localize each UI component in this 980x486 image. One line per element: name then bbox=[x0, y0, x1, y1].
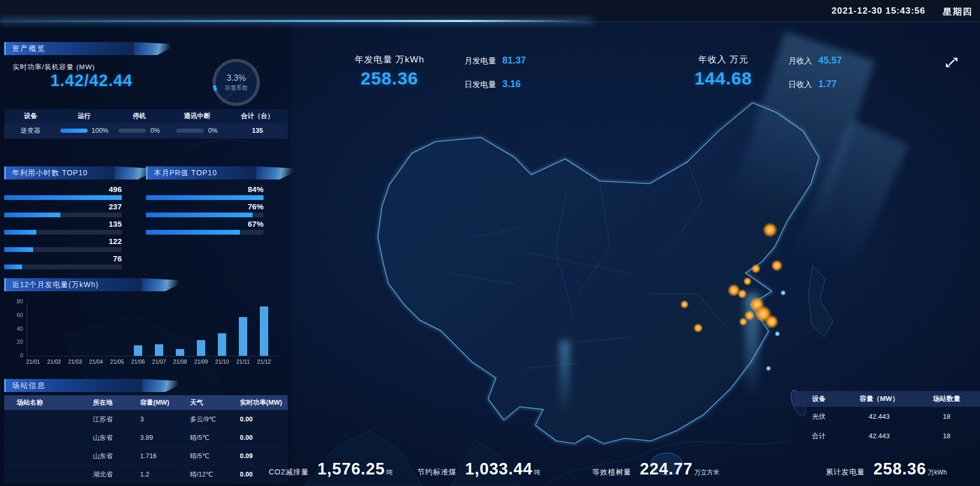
device-name: 逆变器 bbox=[4, 126, 57, 135]
table-row: 山东省 1.716 晴/5℃ 0.09 bbox=[4, 447, 288, 465]
capacity-factor-gauge: 3.3% 容量系数 bbox=[213, 59, 260, 106]
y-tick: 0 bbox=[7, 352, 23, 358]
table-row: 逆变器 100% 0% 0% 135 bbox=[4, 123, 288, 139]
decorative-glow-line bbox=[0, 20, 593, 22]
device-summary-table: 设备 容量（MW） 场站数量 光伏 42.443 18 合计 42.443 18 bbox=[793, 391, 980, 446]
panel-top10-pr-header: 本月PR值 TOP10 bbox=[146, 166, 256, 179]
month-label: 21/10 bbox=[212, 358, 233, 365]
cumulative-generation-stat: 累计发电量 258.36 万kWh bbox=[826, 460, 947, 479]
col-station-name: 场站名称 bbox=[4, 398, 91, 407]
table-row: 山东省 3.89 晴/5℃ 0.00 bbox=[4, 428, 288, 447]
panel-top10-hours-header: 年利用小时数 TOP10 bbox=[4, 166, 114, 179]
y-tick: 60 bbox=[7, 312, 23, 318]
month-label: 21/09 bbox=[191, 358, 212, 365]
bar-row: 76 bbox=[4, 254, 122, 271]
month-label: 21/04 bbox=[86, 358, 107, 365]
panel-title: 资产概览 bbox=[12, 44, 46, 54]
panel-station-info-header: 场站信息 bbox=[4, 379, 142, 392]
pv-dashboard: 2021-12-30 15:43:56 星期四 资产概览 实时功率/装机容量 (… bbox=[0, 0, 980, 486]
month-label: 21/08 bbox=[170, 358, 191, 365]
station-dot[interactable] bbox=[771, 260, 783, 271]
bar-row: 84% bbox=[146, 185, 264, 202]
station-dot[interactable] bbox=[751, 264, 761, 273]
col-province: 所在地 bbox=[91, 398, 138, 407]
col-device: 设备 bbox=[4, 112, 57, 121]
year-income-value: 144.68 bbox=[666, 68, 781, 89]
month-column: 21/10 bbox=[212, 297, 233, 356]
run-progress bbox=[60, 129, 88, 133]
topbar: 2021-12-30 15:43:56 星期四 bbox=[0, 0, 980, 22]
month-column: 21/09 bbox=[191, 297, 212, 356]
top10-pr-chart: 84% 76% 67% bbox=[146, 185, 264, 237]
col-running: 运行 bbox=[57, 112, 112, 121]
col-device: 设备 bbox=[793, 394, 845, 404]
device-table-header: 设备 运行 停机 通讯中断 合计（台） bbox=[4, 109, 288, 123]
month-label: 21/11 bbox=[233, 358, 254, 365]
col-total: 合计（台） bbox=[227, 112, 288, 121]
device-total: 135 bbox=[227, 127, 288, 134]
month-column: 21/11 bbox=[233, 297, 254, 356]
month-label: 21/02 bbox=[44, 358, 65, 365]
month-column: 21/01 bbox=[23, 297, 44, 356]
device-status-table: 设备 运行 停机 通讯中断 合计（台） 逆变器 100% 0% 0% 135 bbox=[4, 109, 288, 139]
month-bar bbox=[134, 345, 142, 356]
panel-title: 场站信息 bbox=[12, 381, 46, 390]
panel-asset-overview-header: 资产概览 bbox=[4, 42, 134, 55]
stop-pct: 0% bbox=[150, 127, 160, 134]
station-dot[interactable] bbox=[693, 323, 703, 333]
year-generation-label: 年发电量 万kWh bbox=[332, 54, 447, 66]
month-column: 21/08 bbox=[170, 297, 191, 356]
bar-row: 76% bbox=[146, 202, 264, 219]
col-capacity: 容量（MW） bbox=[845, 394, 913, 404]
col-station-count: 场站数量 bbox=[913, 394, 980, 404]
map-glint bbox=[781, 290, 786, 295]
map-glint bbox=[775, 331, 780, 336]
datetime: 2021-12-30 15:43:56 bbox=[831, 6, 925, 16]
map-glint bbox=[766, 366, 771, 371]
station-info-table: 场站名称 所在地 容量(MW) 天气 实时功率(MW) 江苏省 3 多云/9℃ … bbox=[4, 395, 288, 483]
table-row: 合计 42.443 18 bbox=[793, 426, 980, 446]
month-column: 21/03 bbox=[65, 297, 86, 356]
realtime-power-label: 实时功率/装机容量 (MW) bbox=[13, 62, 95, 72]
day-income: 日收入 1.77 bbox=[788, 79, 837, 90]
table-row: 光伏 42.443 18 bbox=[793, 407, 980, 426]
month-label: 21/03 bbox=[65, 358, 86, 365]
month-label: 21/12 bbox=[254, 358, 275, 365]
offline-progress bbox=[176, 129, 204, 133]
month-income: 月收入 45.57 bbox=[788, 55, 842, 66]
month-bar bbox=[176, 349, 184, 356]
y-tick: 20 bbox=[7, 339, 23, 345]
month-bar bbox=[260, 307, 268, 356]
top10-hours-chart: 496 237 135 122 76 bbox=[4, 185, 122, 271]
co2-reduction-stat: CO2减排量 1,576.25 吨 bbox=[269, 460, 393, 479]
col-comm-lost: 通讯中断 bbox=[167, 112, 227, 121]
station-dot[interactable] bbox=[755, 305, 772, 322]
station-table-header: 场站名称 所在地 容量(MW) 天气 实时功率(MW) bbox=[4, 395, 288, 410]
panel-title: 近12个月发电量(万kWh) bbox=[12, 280, 99, 290]
table-row: 湖北省 1.2 晴/12℃ 0.00 bbox=[4, 465, 288, 483]
month-column: 21/12 bbox=[254, 297, 275, 356]
stop-progress bbox=[119, 129, 146, 133]
table-row: 江苏省 3 多云/9℃ 0.00 bbox=[4, 410, 288, 428]
col-power: 实时功率(MW) bbox=[238, 398, 288, 407]
month-generation: 月发电量 81.37 bbox=[465, 55, 526, 66]
summary-table-header: 设备 容量（MW） 场站数量 bbox=[793, 391, 980, 407]
fullscreen-icon[interactable] bbox=[944, 55, 960, 70]
coal-saved-stat: 节约标准煤 1,033.44 吨 bbox=[417, 460, 541, 479]
station-dot[interactable] bbox=[737, 289, 747, 299]
run-pct: 100% bbox=[92, 127, 109, 134]
station-dot[interactable] bbox=[743, 277, 752, 286]
bar-row: 122 bbox=[4, 237, 122, 254]
month-bar bbox=[239, 317, 247, 356]
month-bar bbox=[197, 340, 205, 356]
month-column: 21/05 bbox=[107, 297, 128, 356]
year-income-label: 年收入 万元 bbox=[666, 54, 781, 66]
x-axis bbox=[27, 356, 280, 356]
month-bar bbox=[155, 344, 163, 356]
month-column: 21/04 bbox=[86, 297, 107, 356]
col-stopped: 停机 bbox=[112, 112, 167, 121]
station-dot[interactable] bbox=[763, 223, 777, 237]
station-dot[interactable] bbox=[680, 300, 689, 309]
equivalent-trees-stat: 等效植树量 224.77 万立方米 bbox=[592, 460, 720, 479]
station-dot[interactable] bbox=[739, 318, 747, 326]
